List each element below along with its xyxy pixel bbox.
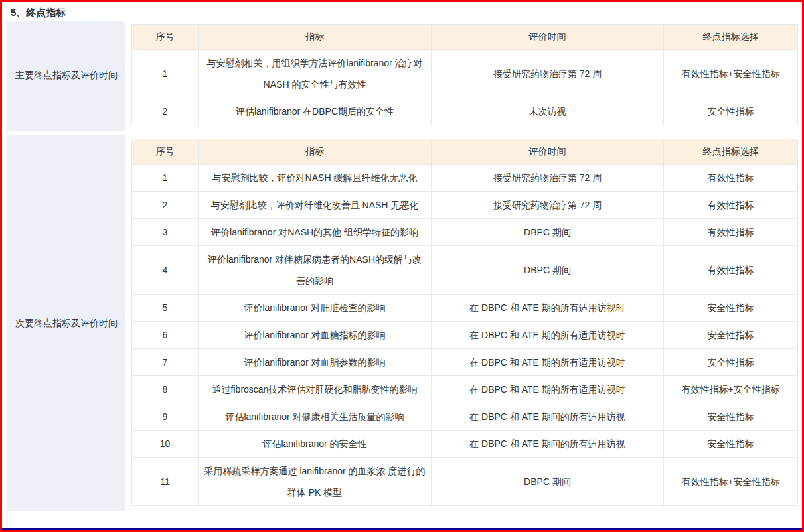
table-row: 9 评估lanifibranor 对健康相关生活质量的影响 在 DBPC 和 A…	[132, 403, 798, 431]
row-time-cell: DBPC 期间	[432, 219, 664, 246]
row-indicator-cell: 与安慰剂相关，用组织学方法评价lanifibranor 治疗对NASH 的安全性…	[199, 50, 432, 98]
row-indicator-cell: 评估lanifibranor 在DBPC期后的安全性	[199, 98, 432, 125]
table-row: 2 与安慰剂比较，评价对纤维化改善且 NASH 无恶化 接受研究药物治疗第 72…	[132, 192, 798, 219]
row-selection-cell: 安全性指标	[664, 98, 798, 125]
row-selection-cell: 安全性指标	[664, 295, 798, 322]
table-body: 1 与安慰剂相关，用组织学方法评价lanifibranor 治疗对NASH 的安…	[132, 50, 798, 125]
row-no-cell: 2	[132, 98, 199, 125]
subsection-label: 次要终点指标及评价时间	[7, 135, 125, 511]
row-selection-cell: 安全性指标	[664, 349, 798, 376]
row-selection-cell: 有效性指标	[664, 219, 798, 246]
row-selection-cell: 安全性指标	[664, 403, 798, 431]
section-title: 5、终点指标	[2, 2, 802, 21]
table-row: 1 与安慰剂比较，评价对NASH 缓解且纤维化无恶化 接受研究药物治疗第 72 …	[132, 165, 798, 192]
sections-container: 主要终点指标及评价时间 序号 指标 评价时间 终点指标选择	[2, 21, 802, 511]
table-header-row: 序号 指标 评价时间 终点指标选择	[132, 25, 798, 50]
row-time-cell: 在 DBPC 和 ATE 期的所有适用访视时	[432, 349, 664, 376]
row-time-cell: 在 DBPC 和 ATE 期的所有适用访视时	[432, 295, 664, 322]
table-body: 1 与安慰剂比较，评价对NASH 缓解且纤维化无恶化 接受研究药物治疗第 72 …	[132, 165, 798, 506]
row-selection-cell: 有效性指标+安全性指标	[664, 50, 798, 98]
col-header-time: 评价时间	[432, 139, 664, 165]
row-indicator-cell: 评价lanifibranor 对NASH的其他 组织学特征的影响	[199, 219, 432, 246]
row-time-cell: 接受研究药物治疗第 72 周	[432, 165, 664, 192]
row-selection-cell: 有效性指标+安全性指标	[664, 376, 798, 403]
col-header-selection: 终点指标选择	[664, 25, 798, 50]
row-no-cell: 11	[132, 458, 199, 506]
table-row: 7 评价lanifibranor 对血脂参数的影响 在 DBPC 和 ATE 期…	[132, 349, 798, 376]
endpoint-subsection: 主要终点指标及评价时间 序号 指标 评价时间 终点指标选择	[7, 21, 798, 131]
row-no-cell: 9	[132, 403, 199, 431]
row-indicator-cell: 与安慰剂比较，评价对纤维化改善且 NASH 无恶化	[199, 192, 432, 219]
row-no-cell: 6	[132, 322, 199, 349]
row-time-cell: 在 DBPC 和 ATE 期间的所有适用访视	[432, 403, 664, 431]
row-time-cell: DBPC 期间	[432, 458, 664, 506]
row-time-cell: 末次访视	[432, 98, 664, 125]
row-no-cell: 4	[132, 246, 199, 295]
bottom-divider	[2, 528, 802, 530]
row-time-cell: 接受研究药物治疗第 72 周	[432, 50, 664, 98]
table-row: 5 评价lanifibranor 对肝脏检查的影响 在 DBPC 和 ATE 期…	[132, 295, 798, 322]
row-no-cell: 8	[132, 376, 199, 403]
row-time-cell: 在 DBPC 和 ATE 期的所有适用访视时	[432, 322, 664, 349]
row-selection-cell: 有效性指标	[664, 192, 798, 219]
table-row: 10 评估lanifibranor 的安全性 在 DBPC 和 ATE 期间的所…	[132, 431, 798, 458]
row-selection-cell: 有效性指标	[664, 165, 798, 192]
row-selection-cell: 安全性指标	[664, 322, 798, 349]
row-no-cell: 3	[132, 219, 199, 246]
col-header-indicator: 指标	[199, 139, 432, 165]
row-no-cell: 2	[132, 192, 199, 219]
row-indicator-cell: 与安慰剂比较，评价对NASH 缓解且纤维化无恶化	[199, 165, 432, 192]
table-wrapper: 序号 指标 评价时间 终点指标选择 1 与安慰剂比较，评价对NASH 缓解且纤维…	[125, 135, 798, 511]
endpoint-table: 序号 指标 评价时间 终点指标选择 1 与安慰剂比较，评价对NASH 缓解且纤维…	[131, 139, 798, 506]
row-indicator-cell: 评估lanifibranor 对健康相关生活质量的影响	[199, 403, 432, 431]
col-header-indicator: 指标	[199, 25, 432, 50]
col-header-no: 序号	[132, 25, 199, 50]
row-no-cell: 10	[132, 431, 199, 458]
table-row: 4 评价lanifibranor 对伴糖尿病患者的NASH的缓解与改善的影响 D…	[132, 246, 798, 295]
row-selection-cell: 有效性指标+安全性指标	[664, 458, 798, 506]
col-header-selection: 终点指标选择	[664, 139, 798, 165]
row-indicator-cell: 采用稀疏采样方案通过 lanifibranor 的血浆浓 度进行的群体 PK 模…	[199, 458, 432, 506]
row-no-cell: 1	[132, 165, 199, 192]
table-row: 11 采用稀疏采样方案通过 lanifibranor 的血浆浓 度进行的群体 P…	[132, 458, 798, 506]
subsection-label: 主要终点指标及评价时间	[7, 21, 125, 131]
row-no-cell: 5	[132, 295, 199, 322]
table-row: 8 通过fibroscan技术评估对肝硬化和脂肪变性的影响 在 DBPC 和 A…	[132, 376, 798, 403]
row-indicator-cell: 评价lanifibranor 对伴糖尿病患者的NASH的缓解与改善的影响	[199, 246, 432, 295]
table-wrapper: 序号 指标 评价时间 终点指标选择 1 与安慰剂相关，用组织学方法评价lanif…	[125, 21, 798, 131]
table-row: 3 评价lanifibranor 对NASH的其他 组织学特征的影响 DBPC …	[132, 219, 798, 246]
row-no-cell: 7	[132, 349, 199, 376]
row-indicator-cell: 评价lanifibranor 对肝脏检查的影响	[199, 295, 432, 322]
row-indicator-cell: 评价lanifibranor 对血脂参数的影响	[199, 349, 432, 376]
table-row: 1 与安慰剂相关，用组织学方法评价lanifibranor 治疗对NASH 的安…	[132, 50, 798, 98]
table-row: 6 评价lanifibranor 对血糖指标的影响 在 DBPC 和 ATE 期…	[132, 322, 798, 349]
row-time-cell: DBPC 期间	[432, 246, 664, 295]
row-time-cell: 接受研究药物治疗第 72 周	[432, 192, 664, 219]
row-time-cell: 在 DBPC 和 ATE 期的所有适用访视时	[432, 376, 664, 403]
endpoint-table: 序号 指标 评价时间 终点指标选择 1 与安慰剂相关，用组织学方法评价lanif…	[131, 24, 798, 125]
endpoint-subsection: 次要终点指标及评价时间 序号 指标 评价时间 终点指标选择	[7, 135, 798, 511]
col-header-no: 序号	[132, 139, 199, 165]
row-time-cell: 在 DBPC 和 ATE 期间的所有适用访视	[432, 431, 664, 458]
endpoint-indicators-panel: 5、终点指标 主要终点指标及评价时间 序号 指标 评价时间 终点指标选择	[0, 0, 804, 532]
col-header-time: 评价时间	[432, 25, 664, 50]
row-indicator-cell: 通过fibroscan技术评估对肝硬化和脂肪变性的影响	[199, 376, 432, 403]
row-selection-cell: 有效性指标	[664, 246, 798, 295]
table-row: 2 评估lanifibranor 在DBPC期后的安全性 末次访视 安全性指标	[132, 98, 798, 125]
row-indicator-cell: 评估lanifibranor 的安全性	[199, 431, 432, 458]
row-selection-cell: 安全性指标	[664, 431, 798, 458]
row-indicator-cell: 评价lanifibranor 对血糖指标的影响	[199, 322, 432, 349]
row-no-cell: 1	[132, 50, 199, 98]
table-header-row: 序号 指标 评价时间 终点指标选择	[132, 139, 798, 165]
